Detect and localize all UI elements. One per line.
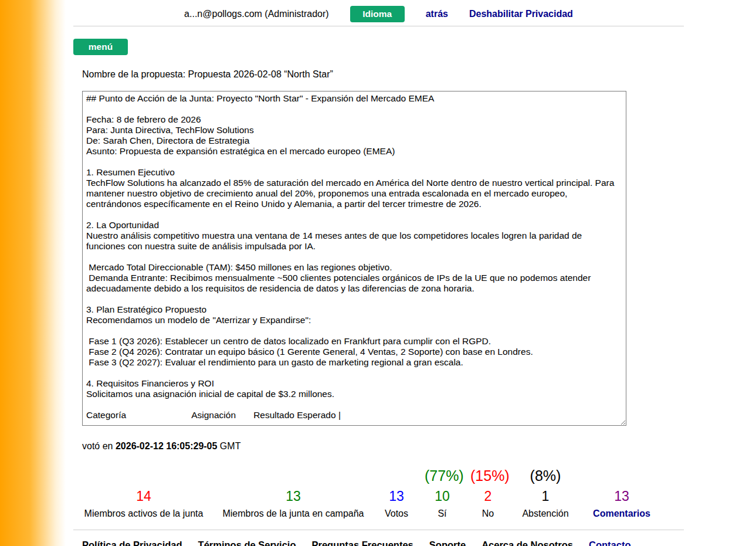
header-divider xyxy=(73,26,684,26)
footer-link-contact[interactable]: Contacto xyxy=(589,540,631,546)
disable-privacy-link[interactable]: Deshabilitar Privacidad xyxy=(469,9,573,19)
stat-comments: 13 Comentarios xyxy=(589,467,654,519)
logged-in-user: a...n@pollogs.com (Administrador) xyxy=(184,9,329,19)
voted-timestamp-line: votó en 2026-02-12 16:05:29-05 GMT xyxy=(82,441,684,452)
stat-abstention: (8%) 1 Abstención xyxy=(516,467,575,519)
stat-active-members: 14 Miembros activos de la junta xyxy=(83,467,205,519)
main-content: a...n@pollogs.com (Administrador) Idioma… xyxy=(73,0,684,546)
footer-link-support[interactable]: Soporte xyxy=(429,540,466,546)
menu-row: menú xyxy=(73,39,684,55)
vote-stats-row: 14 Miembros activos de la junta 13 Miemb… xyxy=(73,467,684,519)
stat-label: Miembros activos de la junta xyxy=(83,508,205,519)
stat-value: 1 xyxy=(516,486,575,506)
footer-divider xyxy=(73,530,684,530)
proposal-name-label: Nombre de la propuesta: Propuesta 2026-0… xyxy=(82,69,684,80)
stat-percent: (8%) xyxy=(516,467,575,486)
voted-timestamp: 2026-02-12 16:05:29-05 xyxy=(116,441,217,451)
language-button[interactable]: Idioma xyxy=(350,6,405,22)
stat-yes: (77%) 10 Sí xyxy=(425,467,460,519)
menu-button[interactable]: menú xyxy=(73,39,128,55)
back-link[interactable]: atrás xyxy=(426,9,448,19)
voted-prefix: votó en xyxy=(82,441,116,451)
stat-label: Sí xyxy=(425,508,460,519)
stat-value: 2 xyxy=(470,486,506,506)
stat-campaign-members: 13 Miembros de la junta en campaña xyxy=(222,467,364,519)
stat-label: Abstención xyxy=(516,508,575,519)
stat-votes: 13 Votos xyxy=(379,467,414,519)
stat-percent: (77%) xyxy=(425,467,460,486)
stat-percent: (15%) xyxy=(470,467,506,486)
footer-nav: Política de Privacidad Términos de Servi… xyxy=(82,540,684,546)
stat-percent xyxy=(83,467,205,486)
stat-percent xyxy=(589,467,654,486)
footer-link-about-us[interactable]: Acerca de Nosotros xyxy=(482,540,573,546)
stat-no: (15%) 2 No xyxy=(470,467,506,519)
stat-value: 13 xyxy=(222,486,364,506)
comments-link[interactable]: Comentarios xyxy=(589,508,654,519)
stat-label: Votos xyxy=(379,508,414,519)
footer-link-privacy-policy[interactable]: Política de Privacidad xyxy=(82,540,182,546)
footer-link-terms-of-service[interactable]: Términos de Servicio xyxy=(198,540,296,546)
proposal-body-textarea[interactable]: ## Punto de Acción de la Junta: Proyecto… xyxy=(82,91,626,426)
stat-value: 13 xyxy=(379,486,414,506)
stat-label: Miembros de la junta en campaña xyxy=(222,508,364,519)
left-gradient-strip xyxy=(0,0,66,546)
page: a...n@pollogs.com (Administrador) Idioma… xyxy=(0,0,756,546)
stat-value: 14 xyxy=(83,486,205,506)
stat-percent xyxy=(222,467,364,486)
stat-label: No xyxy=(470,508,506,519)
voted-suffix: GMT xyxy=(217,441,240,451)
footer-link-faq[interactable]: Preguntas Frecuentes xyxy=(311,540,413,546)
stat-value: 13 xyxy=(589,486,654,506)
top-bar: a...n@pollogs.com (Administrador) Idioma… xyxy=(73,0,684,26)
stat-value: 10 xyxy=(425,486,460,506)
stat-percent xyxy=(379,467,414,486)
